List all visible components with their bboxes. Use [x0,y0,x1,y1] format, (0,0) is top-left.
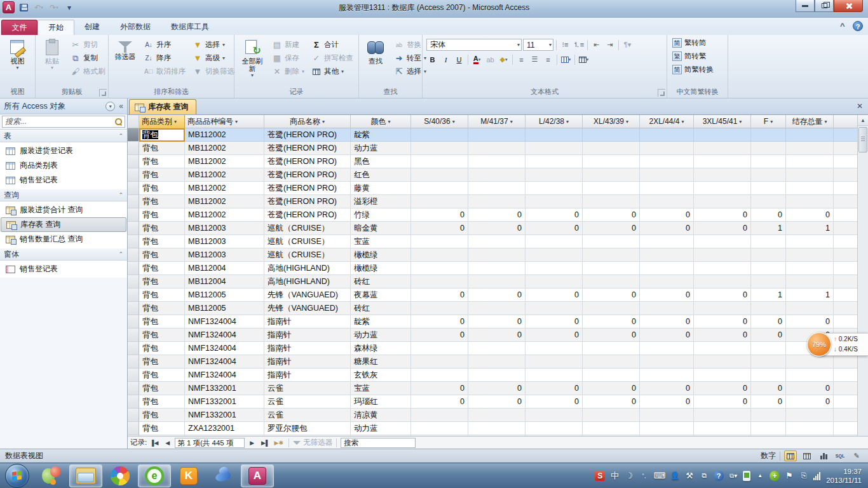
cell[interactable]: 宝蓝 [351,235,411,248]
cell[interactable]: 0 [583,222,640,235]
cell[interactable]: NMF1324004 [185,369,264,382]
cell[interactable] [751,369,786,382]
filter-dropdown-icon[interactable]: ▾ [626,119,628,125]
cell[interactable] [640,409,694,422]
cell[interactable]: 0 [526,329,583,342]
design-view-button[interactable]: ✎ [850,451,863,461]
cell[interactable] [786,168,834,182]
cell[interactable]: 高地(HIGHLAND) [264,275,351,288]
cell[interactable]: 竹绿 [351,208,411,222]
cell[interactable]: 0 [583,329,640,342]
usb-device-icon[interactable] [743,471,750,481]
cell[interactable] [640,262,694,275]
cell[interactable] [468,235,526,248]
net-speed-widget[interactable]: 79% ↑ 0.2K/S ↓ 0.4K/S [807,331,868,358]
cell[interactable] [526,302,583,315]
action-center-flag-icon[interactable]: ⚑ [784,470,794,482]
cell[interactable]: MB112002 [185,168,264,182]
cell[interactable] [583,369,640,382]
italic-button[interactable]: I [440,54,452,65]
cell[interactable]: 云雀 [264,409,351,422]
datasheet-view-button[interactable] [784,451,797,461]
cell[interactable]: 0 [468,329,526,342]
cell[interactable] [583,302,640,315]
row-selector[interactable] [128,382,139,395]
cell[interactable]: MB112002 [185,128,264,142]
cell[interactable] [468,369,526,382]
bold-button[interactable]: B [426,54,438,65]
help-icon[interactable]: ? [853,21,863,31]
row-selector[interactable] [128,342,139,355]
window-switch-icon[interactable]: ⧉▾ [728,470,738,482]
cell[interactable] [411,155,468,168]
cell[interactable] [468,302,526,315]
cell[interactable]: 0 [640,222,694,235]
cell[interactable] [786,128,834,142]
sort-ascending-button[interactable]: A↓升序 [141,38,188,51]
cell[interactable]: 背包 [139,182,185,195]
cell[interactable]: 背包 [139,128,185,142]
cell[interactable] [411,248,468,262]
last-record-button[interactable]: ▶▌ [259,438,271,448]
refresh-all-button[interactable]: 全部刷新▾ [237,37,268,87]
cell[interactable]: 0 [640,315,694,329]
highlight-color-button[interactable]: ab [484,54,496,65]
cell[interactable] [751,435,786,436]
cell[interactable]: 苍鹭(HERON PRO) [264,142,351,155]
new-record-button[interactable]: ▤新建 [269,38,307,51]
cell[interactable] [694,195,751,208]
cell[interactable] [583,155,640,168]
sort-descending-button[interactable]: Z↓降序 [141,51,188,65]
nav-item-0-1[interactable]: 商品类别表 [1,158,126,173]
cell[interactable]: 背包 [139,342,185,355]
filter-dropdown-icon[interactable]: ▾ [452,119,455,125]
cell[interactable] [526,142,583,155]
cell[interactable]: 动力蓝 [351,329,411,342]
cell[interactable]: 藤黄 [351,182,411,195]
cell[interactable] [583,435,640,436]
cell[interactable]: 0 [411,315,468,329]
cell[interactable]: 云雀 [264,395,351,409]
cell[interactable] [694,342,751,355]
remove-sort-button[interactable]: A⃠取消排序 [141,65,188,78]
cell[interactable]: 0 [640,208,694,222]
cell[interactable]: MB112004 [185,262,264,275]
cell[interactable]: 0 [751,382,786,395]
cell[interactable] [751,168,786,182]
cell[interactable] [411,195,468,208]
nav-section-header-2[interactable]: 窗体⌃ [0,248,127,261]
taskbar-item-access[interactable]: A [241,464,274,487]
taskbar-item-browser-e[interactable]: e [138,464,171,487]
traditional-to-simplified-button[interactable]: 简繁转简 [670,36,725,50]
cell[interactable]: MB112003 [185,235,264,248]
cell[interactable]: 靛紫 [351,315,411,329]
nav-pane-header[interactable]: 所有 Access 对象 ▾ « [0,98,127,114]
export-icon[interactable]: ⧉ [699,470,709,482]
cell[interactable]: 0 [526,395,583,409]
cell[interactable]: MB112003 [185,222,264,235]
row-selector[interactable] [128,262,139,275]
tray-help-icon[interactable]: ? [714,471,724,481]
cell[interactable] [583,275,640,288]
tab-database-tools[interactable]: 数据库工具 [161,20,219,35]
cell[interactable] [640,168,694,182]
more-button[interactable]: 其他▾ [309,65,356,78]
cell[interactable] [583,262,640,275]
nav-item-2-0[interactable]: 销售登记表 [1,262,126,276]
cell[interactable] [583,142,640,155]
nav-item-0-0[interactable]: 服装进货登记表 [1,144,126,158]
row-selector[interactable] [128,409,139,422]
cell[interactable] [526,128,583,142]
spelling-button[interactable]: ✓拼写检查 [309,51,356,65]
cell[interactable] [786,435,834,436]
cell[interactable]: 砖红 [351,275,411,288]
cell[interactable]: NMF1332001 [185,382,264,395]
cell[interactable] [583,128,640,142]
cell[interactable]: 橄榄绿 [351,262,411,275]
cell[interactable] [526,195,583,208]
cell[interactable]: 0 [468,222,526,235]
column-header-0[interactable]: 商品类别▾ [139,115,185,128]
sogou-ime-icon[interactable]: S [595,471,605,481]
cell[interactable]: 背包 [139,355,185,369]
cell[interactable]: 黑色 [351,155,411,168]
